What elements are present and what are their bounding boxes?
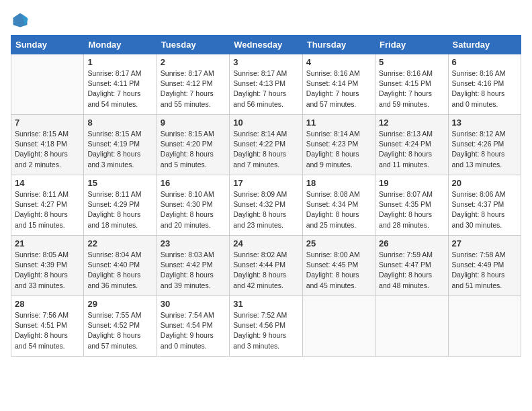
calendar-cell: 26Sunrise: 7:59 AM Sunset: 4:47 PM Dayli…: [375, 236, 448, 296]
day-number: 30: [161, 299, 226, 309]
calendar-cell: 4Sunrise: 8:16 AM Sunset: 4:14 PM Daylig…: [302, 54, 375, 115]
day-number: 19: [379, 178, 444, 188]
calendar-cell: [302, 296, 375, 357]
day-number: 9: [161, 118, 226, 128]
day-info: Sunrise: 8:15 AM Sunset: 4:20 PM Dayligh…: [161, 129, 226, 170]
calendar-header: SundayMondayTuesdayWednesdayThursdayFrid…: [11, 36, 521, 54]
calendar-cell: 6Sunrise: 8:16 AM Sunset: 4:16 PM Daylig…: [448, 54, 521, 115]
calendar-cell: 31Sunrise: 7:52 AM Sunset: 4:56 PM Dayli…: [230, 296, 302, 357]
calendar-cell: 9Sunrise: 8:15 AM Sunset: 4:20 PM Daylig…: [157, 115, 229, 175]
day-number: 21: [15, 238, 80, 248]
day-info: Sunrise: 8:10 AM Sunset: 4:30 PM Dayligh…: [161, 189, 226, 230]
calendar-table: SundayMondayTuesdayWednesdayThursdayFrid…: [11, 35, 521, 357]
day-number: 29: [87, 299, 152, 309]
calendar-cell: 24Sunrise: 8:02 AM Sunset: 4:44 PM Dayli…: [230, 236, 302, 296]
logo-icon: [11, 11, 30, 30]
calendar-cell: 8Sunrise: 8:15 AM Sunset: 4:19 PM Daylig…: [84, 115, 157, 175]
day-number: 31: [233, 299, 298, 309]
weekday-header-row: SundayMondayTuesdayWednesdayThursdayFrid…: [11, 36, 521, 54]
day-info: Sunrise: 7:55 AM Sunset: 4:52 PM Dayligh…: [87, 310, 152, 351]
week-row-2: 7Sunrise: 8:15 AM Sunset: 4:18 PM Daylig…: [11, 115, 521, 175]
day-info: Sunrise: 7:58 AM Sunset: 4:49 PM Dayligh…: [452, 250, 517, 291]
day-number: 13: [452, 118, 517, 128]
calendar-cell: 14Sunrise: 8:11 AM Sunset: 4:27 PM Dayli…: [11, 175, 84, 236]
day-number: 15: [87, 178, 152, 188]
day-number: 24: [233, 238, 298, 248]
day-info: Sunrise: 8:09 AM Sunset: 4:32 PM Dayligh…: [233, 189, 298, 230]
day-number: 6: [452, 57, 517, 67]
calendar-cell: 23Sunrise: 8:03 AM Sunset: 4:42 PM Dayli…: [157, 236, 229, 296]
day-number: 18: [306, 178, 371, 188]
day-number: 20: [452, 178, 517, 188]
day-info: Sunrise: 7:52 AM Sunset: 4:56 PM Dayligh…: [233, 310, 298, 351]
day-info: Sunrise: 8:00 AM Sunset: 4:45 PM Dayligh…: [306, 250, 371, 291]
day-info: Sunrise: 8:17 AM Sunset: 4:12 PM Dayligh…: [161, 68, 226, 109]
day-info: Sunrise: 8:16 AM Sunset: 4:16 PM Dayligh…: [452, 68, 517, 109]
day-info: Sunrise: 8:11 AM Sunset: 4:27 PM Dayligh…: [15, 189, 80, 230]
logo: [11, 11, 32, 30]
day-info: Sunrise: 8:02 AM Sunset: 4:44 PM Dayligh…: [233, 250, 298, 291]
day-number: 27: [452, 238, 517, 248]
calendar-cell: 27Sunrise: 7:58 AM Sunset: 4:49 PM Dayli…: [448, 236, 521, 296]
calendar-cell: 21Sunrise: 8:05 AM Sunset: 4:39 PM Dayli…: [11, 236, 84, 296]
day-number: 10: [233, 118, 298, 128]
day-info: Sunrise: 8:16 AM Sunset: 4:14 PM Dayligh…: [306, 68, 371, 109]
day-info: Sunrise: 8:17 AM Sunset: 4:13 PM Dayligh…: [233, 68, 298, 109]
calendar-cell: 1Sunrise: 8:17 AM Sunset: 4:11 PM Daylig…: [84, 54, 157, 115]
week-row-1: 1Sunrise: 8:17 AM Sunset: 4:11 PM Daylig…: [11, 54, 521, 115]
calendar-cell: 11Sunrise: 8:14 AM Sunset: 4:23 PM Dayli…: [302, 115, 375, 175]
weekday-header-tuesday: Tuesday: [157, 36, 229, 54]
day-number: 3: [233, 57, 298, 67]
day-info: Sunrise: 8:12 AM Sunset: 4:26 PM Dayligh…: [452, 129, 517, 170]
weekday-header-wednesday: Wednesday: [230, 36, 302, 54]
day-number: 16: [161, 178, 226, 188]
calendar-cell: [448, 296, 521, 357]
weekday-header-saturday: Saturday: [448, 36, 521, 54]
day-info: Sunrise: 8:06 AM Sunset: 4:37 PM Dayligh…: [452, 189, 517, 230]
day-info: Sunrise: 7:59 AM Sunset: 4:47 PM Dayligh…: [379, 250, 444, 291]
day-number: 5: [379, 57, 444, 67]
weekday-header-friday: Friday: [375, 36, 448, 54]
day-info: Sunrise: 8:08 AM Sunset: 4:34 PM Dayligh…: [306, 189, 371, 230]
calendar-cell: 5Sunrise: 8:16 AM Sunset: 4:15 PM Daylig…: [375, 54, 448, 115]
week-row-4: 21Sunrise: 8:05 AM Sunset: 4:39 PM Dayli…: [11, 236, 521, 296]
weekday-header-monday: Monday: [84, 36, 157, 54]
calendar-body: 1Sunrise: 8:17 AM Sunset: 4:11 PM Daylig…: [11, 54, 521, 357]
weekday-header-sunday: Sunday: [11, 36, 84, 54]
day-info: Sunrise: 8:07 AM Sunset: 4:35 PM Dayligh…: [379, 189, 444, 230]
day-number: 23: [161, 238, 226, 248]
week-row-3: 14Sunrise: 8:11 AM Sunset: 4:27 PM Dayli…: [11, 175, 521, 236]
day-number: 14: [15, 178, 80, 188]
day-info: Sunrise: 8:16 AM Sunset: 4:15 PM Dayligh…: [379, 68, 444, 109]
calendar-cell: 30Sunrise: 7:54 AM Sunset: 4:54 PM Dayli…: [157, 296, 229, 357]
calendar-cell: 25Sunrise: 8:00 AM Sunset: 4:45 PM Dayli…: [302, 236, 375, 296]
day-info: Sunrise: 8:14 AM Sunset: 4:22 PM Dayligh…: [233, 129, 298, 170]
day-info: Sunrise: 8:04 AM Sunset: 4:40 PM Dayligh…: [87, 250, 152, 291]
day-info: Sunrise: 8:17 AM Sunset: 4:11 PM Dayligh…: [87, 68, 152, 109]
calendar-cell: 28Sunrise: 7:56 AM Sunset: 4:51 PM Dayli…: [11, 296, 84, 357]
calendar-cell: [11, 54, 84, 115]
day-info: Sunrise: 8:03 AM Sunset: 4:42 PM Dayligh…: [161, 250, 226, 291]
calendar-cell: 16Sunrise: 8:10 AM Sunset: 4:30 PM Dayli…: [157, 175, 229, 236]
calendar-cell: [375, 296, 448, 357]
day-info: Sunrise: 8:15 AM Sunset: 4:18 PM Dayligh…: [15, 129, 80, 170]
day-number: 8: [87, 118, 152, 128]
calendar-cell: 17Sunrise: 8:09 AM Sunset: 4:32 PM Dayli…: [230, 175, 302, 236]
calendar-cell: 13Sunrise: 8:12 AM Sunset: 4:26 PM Dayli…: [448, 115, 521, 175]
calendar-cell: 3Sunrise: 8:17 AM Sunset: 4:13 PM Daylig…: [230, 54, 302, 115]
calendar-cell: 10Sunrise: 8:14 AM Sunset: 4:22 PM Dayli…: [230, 115, 302, 175]
week-row-5: 28Sunrise: 7:56 AM Sunset: 4:51 PM Dayli…: [11, 296, 521, 357]
day-number: 25: [306, 238, 371, 248]
day-number: 4: [306, 57, 371, 67]
day-number: 1: [87, 57, 152, 67]
calendar-cell: 12Sunrise: 8:13 AM Sunset: 4:24 PM Dayli…: [375, 115, 448, 175]
calendar-cell: 29Sunrise: 7:55 AM Sunset: 4:52 PM Dayli…: [84, 296, 157, 357]
day-info: Sunrise: 7:56 AM Sunset: 4:51 PM Dayligh…: [15, 310, 80, 351]
day-number: 11: [306, 118, 371, 128]
header: [11, 11, 521, 30]
day-info: Sunrise: 8:14 AM Sunset: 4:23 PM Dayligh…: [306, 129, 371, 170]
calendar-cell: 15Sunrise: 8:11 AM Sunset: 4:29 PM Dayli…: [84, 175, 157, 236]
day-number: 7: [15, 118, 80, 128]
day-number: 2: [161, 57, 226, 67]
day-number: 17: [233, 178, 298, 188]
